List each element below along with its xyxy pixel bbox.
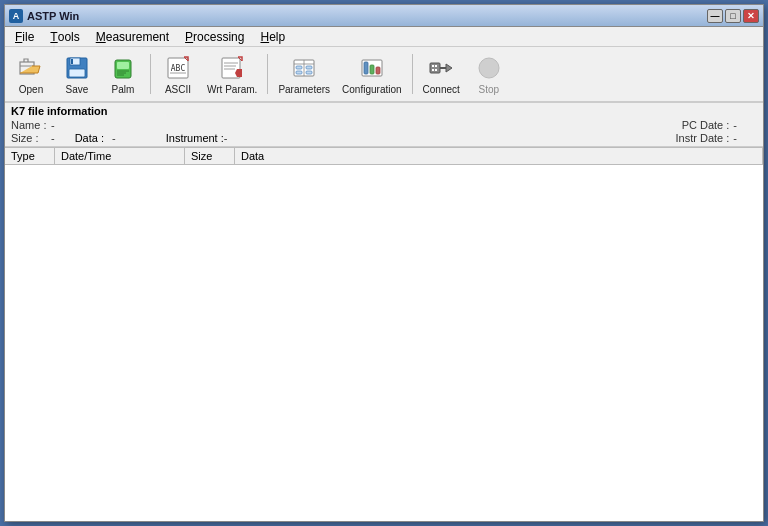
pcdate-value: - [733,119,737,131]
open-button[interactable]: Open [9,49,53,99]
svg-rect-26 [370,65,374,74]
open-label: Open [19,84,43,95]
size-label: Size : [11,132,51,144]
palm-button[interactable]: Palm [101,49,145,99]
svg-rect-28 [430,63,440,73]
ascii-button[interactable]: ABC ASCII [156,49,200,99]
menu-measurement[interactable]: Measurement [88,27,177,46]
configuration-label: Configuration [342,84,401,95]
parameters-label: Parameters [278,84,330,95]
connect-button[interactable]: Connect [418,49,465,99]
save-button[interactable]: Save [55,49,99,99]
svg-rect-33 [435,69,437,71]
wrtparam-label: Wrt Param. [207,84,257,95]
col-data-header: Data [235,148,763,164]
wrtparam-button[interactable]: Wrt Param. [202,49,262,99]
close-button[interactable]: ✕ [743,9,759,23]
svg-rect-32 [432,69,434,71]
connect-label: Connect [423,84,460,95]
svg-rect-22 [296,71,302,74]
separator-2 [267,54,268,94]
palm-label: Palm [112,84,135,95]
table-body [5,165,763,521]
title-bar: A ASTP Win — □ ✕ [5,5,763,27]
info-bar: K7 file information Name : - PC Date : -… [5,103,763,147]
svg-rect-4 [69,69,85,77]
instrument-label: Instrument : [166,132,224,144]
info-size-row: Size : - Data : - Instrument : - Instr D… [11,132,757,144]
instrdate-value: - [733,132,737,144]
minimize-button[interactable]: — [707,9,723,23]
stop-label: Stop [479,84,500,95]
configuration-icon [358,54,386,82]
configuration-button[interactable]: Configuration [337,49,406,99]
svg-rect-31 [435,65,437,67]
name-value: - [51,119,55,131]
separator-1 [150,54,151,94]
main-window: A ASTP Win — □ ✕ File Tools Measurement … [4,4,764,522]
instrdate-group: Instr Date : - [676,132,757,144]
svg-rect-25 [364,62,368,74]
app-icon: A [9,9,23,23]
wrtparam-icon [218,54,246,82]
col-datetime-header: Date/Time [55,148,185,164]
menu-processing[interactable]: Processing [177,27,252,46]
instrdate-label: Instr Date : [676,132,730,144]
separator-3 [412,54,413,94]
menu-tools[interactable]: Tools [42,27,87,46]
instrument-value: - [224,132,228,144]
stop-button[interactable]: Stop [467,49,511,99]
pcdate-group: PC Date : - [682,119,757,131]
open-icon [17,54,45,82]
col-size-header: Size [185,148,235,164]
info-name-row: Name : - PC Date : - [11,119,757,131]
ascii-label: ASCII [165,84,191,95]
name-label: Name : [11,119,51,131]
save-label: Save [66,84,89,95]
parameters-button[interactable]: Parameters [273,49,335,99]
ascii-icon: ABC [164,54,192,82]
table-header: Type Date/Time Size Data [5,147,763,165]
stop-icon [475,54,503,82]
menu-bar: File Tools Measurement Processing Help [5,27,763,47]
save-icon [63,54,91,82]
svg-rect-20 [296,66,302,69]
title-bar-buttons: — □ ✕ [707,9,759,23]
window-title: ASTP Win [27,10,707,22]
col-type-header: Type [5,148,55,164]
connect-icon [427,54,455,82]
menu-file[interactable]: File [7,27,42,46]
parameters-icon [290,54,318,82]
svg-rect-3 [71,59,73,64]
size-value: - [51,132,55,144]
data-value: - [112,132,116,144]
info-section-title: K7 file information [11,105,757,117]
svg-rect-6 [117,62,129,69]
main-table: Type Date/Time Size Data [5,147,763,521]
maximize-button[interactable]: □ [725,9,741,23]
svg-rect-27 [376,67,380,74]
toolbar: Open Save [5,47,763,103]
palm-icon [109,54,137,82]
svg-rect-21 [306,66,312,69]
svg-text:ABC: ABC [171,64,186,73]
data-label: Data : [75,132,104,144]
menu-help[interactable]: Help [252,27,293,46]
svg-point-34 [479,58,499,78]
svg-rect-30 [432,65,434,67]
pcdate-label: PC Date : [682,119,730,131]
svg-rect-23 [306,71,312,74]
